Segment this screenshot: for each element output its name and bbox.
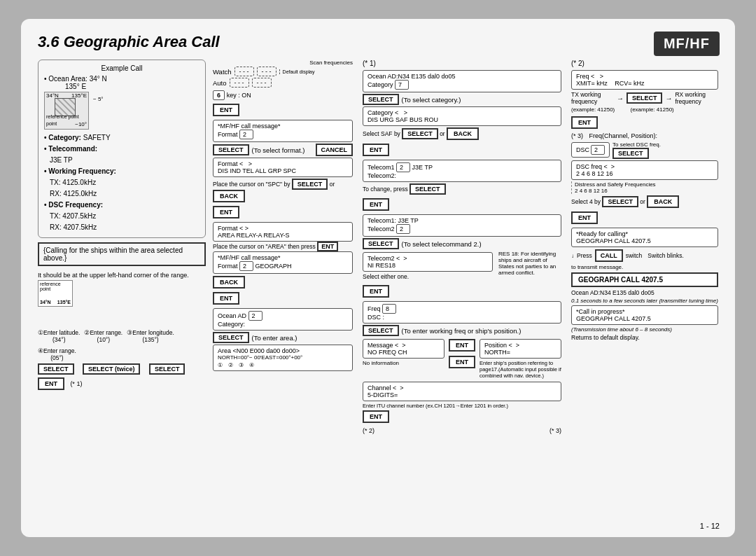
- north-coords: NORTH=00°− 00′EAST=000°+00°: [218, 354, 348, 361]
- back-saf-btn[interactable]: BACK: [447, 127, 479, 140]
- dsc-header: • DSC Frequency:: [44, 200, 200, 211]
- ocean-ad-input: 2: [248, 311, 262, 321]
- telecom-both-box: Telecom1: J3E TP Telecom2 2: [363, 214, 561, 237]
- select-format-btn[interactable]: SELECT: [213, 144, 249, 155]
- watch-dash1: - - -: [234, 67, 254, 76]
- telecom-header: • Telecommand:: [44, 144, 200, 155]
- select-telecom2-btn[interactable]: SELECT: [363, 238, 399, 249]
- select-freq-btn[interactable]: SELECT: [363, 325, 399, 336]
- ref-point-inner: reference: [40, 282, 61, 286]
- select-dsc-btn[interactable]: SELECT: [612, 148, 649, 159]
- ent-c1-row: ENT: [363, 142, 561, 158]
- select-freq-label: (To enter working freq or ship's positio…: [402, 327, 522, 335]
- ref-label: reference point: [46, 114, 79, 119]
- ent-inline[interactable]: ENT: [317, 242, 338, 251]
- itu-note: Enter ITU channel number (ex.CH 1201→Ent…: [363, 403, 561, 409]
- telecom1-box: Telecom1 2 J3E TP Telecom2:: [363, 160, 561, 182]
- reference-diagram: It should be at the upper left-hand corn…: [38, 272, 206, 328]
- ent-1[interactable]: ENT: [213, 104, 239, 116]
- enter-pos-note: Enter ship's position referring to page1…: [479, 360, 561, 379]
- rx-freq: RX: 4125.0kHz: [44, 188, 200, 200]
- minus10-label: −10°: [75, 121, 87, 127]
- dsc-tx: TX: 4207.5kHz: [44, 211, 200, 222]
- select-area-btn[interactable]: SELECT: [213, 332, 249, 343]
- step1-val: (34°): [38, 336, 80, 343]
- select-btn-twice[interactable]: SELECT (twice): [83, 363, 141, 375]
- select-spc-btn[interactable]: SELECT: [292, 179, 328, 190]
- select-saf-btn[interactable]: SELECT: [402, 128, 438, 139]
- ent-final-btn[interactable]: ENT: [38, 377, 64, 390]
- page-container: 3.6 Geographic Area Call MF/HF Example C…: [21, 19, 735, 537]
- call-progress-label: *Call in progress*: [576, 308, 713, 315]
- ocean-ad-center-box: Ocean AD:N34 E135 dal0 do05 Category 7: [363, 70, 561, 92]
- category-input: 7: [395, 80, 409, 90]
- ent-r1-btn[interactable]: ENT: [571, 116, 598, 129]
- select-btn-1[interactable]: SELECT: [38, 363, 74, 375]
- ent-pos-btn[interactable]: ENT: [449, 356, 475, 368]
- ent-c3-row: ENT: [363, 284, 561, 299]
- ref-diagram-box: reference point 34°N 135°E: [38, 280, 73, 307]
- ocean-ad-row: Ocean AD 2: [218, 311, 348, 321]
- ent-msg-btn[interactable]: ENT: [449, 339, 475, 352]
- switch-blinks: Switch blinks.: [648, 252, 684, 259]
- mf-call-msg1: *MF/HF call message* Format 2: [213, 120, 353, 142]
- step2: ②Enter range. (10°): [84, 329, 122, 343]
- dsc-input: 2: [591, 145, 605, 155]
- dsc-right-row: DSC 2 To select DSC freq. SELECT: [571, 141, 718, 159]
- select-format-label: (To select format.): [252, 146, 305, 154]
- back-btn-1[interactable]: BACK: [213, 190, 245, 202]
- back-btn-2[interactable]: BACK: [213, 276, 245, 289]
- ent-2[interactable]: ENT: [213, 206, 239, 218]
- select-right-btn[interactable]: SELECT: [626, 92, 663, 104]
- left-column: Example Call • Ocean Area: 34° N 135° E …: [38, 60, 206, 434]
- ent-c2-btn[interactable]: ENT: [363, 198, 389, 211]
- select-cat-btn[interactable]: SELECT: [363, 94, 399, 105]
- tx-freq: TX: 4125.0kHz: [44, 177, 200, 188]
- res18-note: RES 18: For identifying ships and aircra…: [498, 251, 561, 282]
- msg-box: Message < > NO FREQ CH: [363, 339, 444, 359]
- call-btn[interactable]: CALL: [595, 249, 623, 262]
- ref-diagram-row: reference point 34°N 135°E: [38, 280, 206, 307]
- freq-input: 8: [382, 304, 396, 314]
- area-coords: Area <N00 E000 da00 do00>: [218, 347, 348, 354]
- map-grid: 34°N 135°E reference point point −10°: [45, 92, 88, 129]
- scan-section: Scan frequencies Watch - - - - - - Defau…: [213, 60, 353, 371]
- ast1-top: (* 1): [363, 60, 561, 67]
- channel-area: Channel < > 5-DIGITS= Enter ITU channel …: [363, 380, 561, 424]
- select-change-btn[interactable]: SELECT: [410, 183, 446, 195]
- format-lt-gt: Format < >: [218, 160, 348, 167]
- mf-call-msg2-box: *MF/HF call message* Format 2 GEOGRAPH: [213, 251, 353, 274]
- format-area-box: Format < > AREA RELAY-A RELAY-S: [213, 222, 353, 242]
- ent-c1-btn[interactable]: ENT: [363, 144, 389, 156]
- key-on-row: 6 key : ON: [213, 90, 353, 100]
- ent-btn-1: ENT: [213, 102, 353, 118]
- ent-r2-btn[interactable]: ENT: [571, 211, 598, 224]
- ent-3[interactable]: ENT: [213, 292, 239, 305]
- circle1: ①: [218, 362, 223, 368]
- or-label: or: [330, 181, 335, 188]
- spacer1: [77, 366, 80, 373]
- telecom2-lt-gt: Telecom2 < >: [368, 255, 488, 262]
- format-geograph-input: 2: [239, 261, 253, 271]
- format-options: DIS IND TEL ALL GRP SPC: [218, 167, 348, 174]
- ent-itu-btn[interactable]: ENT: [363, 410, 389, 423]
- ent-btn-2: ENT: [213, 204, 353, 220]
- ent-c3-btn[interactable]: ENT: [363, 285, 389, 298]
- no-freq-row: NO FREQ CH: [368, 349, 440, 356]
- diagram-column: Scan frequencies Watch - - - - - - Defau…: [213, 60, 353, 434]
- mf-call-label2: *MF/HF call message*: [218, 254, 348, 261]
- freq-box: Freq 8 DSC :: [363, 301, 561, 324]
- right-column: (* 2) Freq < > XMIT= kHz RCV= kHz TX wor…: [571, 60, 718, 434]
- circle2: ②: [228, 362, 233, 368]
- select-btn-3[interactable]: SELECT: [149, 363, 186, 375]
- cancel-btn[interactable]: CANCEL: [316, 144, 354, 156]
- msg-section: Message < > NO FREQ CH No information: [363, 338, 444, 379]
- step4-label: ④Enter range.: [38, 347, 76, 354]
- format-label1: Format 2: [218, 130, 348, 139]
- cat-header: • Category: SAFETY: [44, 132, 200, 144]
- step2-val: (10°): [84, 336, 122, 343]
- cat-lt-gt: Category < >: [368, 109, 556, 116]
- back-r-btn[interactable]: BACK: [647, 195, 679, 208]
- select4-btn[interactable]: SELECT: [602, 196, 638, 207]
- ent-pair: ENT ENT: [449, 338, 475, 379]
